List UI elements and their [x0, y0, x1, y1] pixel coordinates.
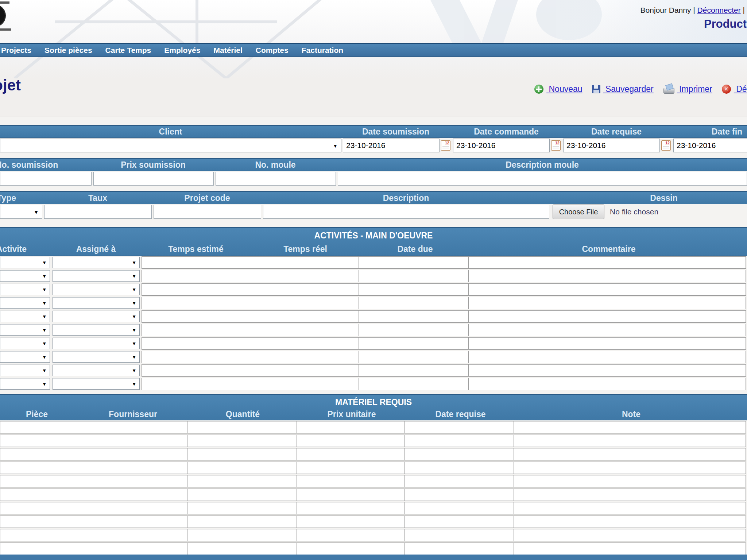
activity-select[interactable]: ▼: [0, 378, 50, 390]
date-due-cell[interactable]: [359, 310, 469, 323]
note-cell[interactable]: [514, 529, 746, 541]
quantite-cell[interactable]: [187, 475, 297, 487]
piece-cell[interactable]: [0, 421, 78, 433]
temps-reel-cell[interactable]: [250, 364, 359, 377]
commentaire-cell[interactable]: [468, 337, 746, 350]
assignee-select[interactable]: ▼: [53, 324, 140, 336]
commentaire-cell[interactable]: [468, 324, 746, 336]
piece-cell[interactable]: [0, 529, 78, 541]
note-cell[interactable]: [514, 502, 746, 514]
prix-unitaire-cell[interactable]: [297, 502, 405, 514]
activity-select[interactable]: ▼: [0, 311, 50, 322]
note-cell[interactable]: [514, 475, 746, 487]
date-due-cell[interactable]: [359, 337, 469, 350]
piece-cell[interactable]: [0, 475, 78, 487]
temps-estime-cell[interactable]: [142, 256, 250, 269]
date-due-cell[interactable]: [359, 378, 469, 390]
piece-cell[interactable]: [0, 542, 78, 555]
temps-estime-cell[interactable]: [142, 297, 250, 309]
prix-unitaire-cell[interactable]: [297, 475, 405, 487]
nav-item-sortie-pieces[interactable]: Sortie pièces: [38, 46, 99, 55]
assignee-select[interactable]: ▼: [53, 378, 140, 390]
new-button[interactable]: Nouveau: [534, 84, 582, 94]
quantite-cell[interactable]: [187, 448, 297, 460]
no-soumission-input[interactable]: [0, 172, 92, 186]
note-cell[interactable]: [514, 421, 746, 433]
save-button[interactable]: Sauvegarder: [592, 84, 654, 94]
fournisseur-cell[interactable]: [78, 435, 187, 447]
nav-item-carte-temps[interactable]: Carte Temps: [99, 46, 158, 55]
note-cell[interactable]: [514, 489, 746, 501]
note-cell[interactable]: [514, 542, 746, 555]
date-requise-cell[interactable]: [404, 529, 514, 541]
date-requise-cell[interactable]: [404, 435, 514, 447]
temps-estime-cell[interactable]: [142, 364, 250, 377]
quantite-cell[interactable]: [187, 421, 297, 433]
quantite-cell[interactable]: [187, 489, 297, 501]
date-due-cell[interactable]: [359, 283, 469, 296]
temps-estime-cell[interactable]: [142, 324, 250, 336]
prix-soumission-input[interactable]: [93, 172, 214, 186]
date-due-cell[interactable]: [359, 270, 469, 282]
date-due-cell[interactable]: [359, 364, 469, 377]
activity-select[interactable]: ▼: [0, 324, 50, 336]
piece-cell[interactable]: [0, 502, 78, 514]
fournisseur-cell[interactable]: [78, 448, 187, 460]
calendar-icon[interactable]: [661, 140, 671, 151]
nav-item-comptes[interactable]: Comptes: [249, 46, 295, 55]
activity-select[interactable]: ▼: [0, 297, 50, 309]
date-due-cell[interactable]: [359, 324, 469, 336]
note-cell[interactable]: [514, 462, 746, 474]
temps-estime-cell[interactable]: [142, 310, 250, 323]
fournisseur-cell[interactable]: [78, 462, 187, 474]
activity-select[interactable]: ▼: [0, 338, 50, 349]
choose-file-button[interactable]: Choose File: [553, 205, 604, 219]
commentaire-cell[interactable]: [468, 256, 746, 269]
activity-select[interactable]: ▼: [0, 257, 50, 268]
prix-unitaire-cell[interactable]: [297, 448, 405, 460]
commentaire-cell[interactable]: [468, 283, 746, 296]
commentaire-cell[interactable]: [468, 310, 746, 323]
note-cell[interactable]: [514, 516, 746, 528]
date-requise-input[interactable]: 23-10-2016: [563, 139, 660, 152]
date-requise-cell[interactable]: [404, 542, 514, 555]
assignee-select[interactable]: ▼: [53, 297, 140, 309]
prix-unitaire-cell[interactable]: [297, 462, 405, 474]
date-requise-cell[interactable]: [404, 489, 514, 501]
calendar-icon[interactable]: [551, 140, 561, 151]
prix-unitaire-cell[interactable]: [297, 435, 405, 447]
assignee-select[interactable]: ▼: [53, 284, 140, 295]
piece-cell[interactable]: [0, 489, 78, 501]
date-requise-cell[interactable]: [404, 502, 514, 514]
date-commande-input[interactable]: 23-10-2016: [453, 139, 550, 152]
prix-unitaire-cell[interactable]: [297, 542, 405, 555]
temps-estime-cell[interactable]: [142, 283, 250, 296]
assignee-select[interactable]: ▼: [53, 351, 140, 363]
temps-reel-cell[interactable]: [250, 256, 359, 269]
commentaire-cell[interactable]: [468, 378, 746, 390]
temps-reel-cell[interactable]: [250, 378, 359, 390]
nav-item-projects[interactable]: Projects: [0, 46, 38, 55]
fournisseur-cell[interactable]: [78, 475, 187, 487]
activity-select[interactable]: ▼: [0, 351, 50, 363]
temps-reel-cell[interactable]: [250, 351, 359, 363]
nav-item-facturation[interactable]: Facturation: [295, 46, 350, 55]
temps-estime-cell[interactable]: [142, 378, 250, 390]
assignee-select[interactable]: ▼: [53, 311, 140, 322]
temps-reel-cell[interactable]: [250, 337, 359, 350]
assignee-select[interactable]: ▼: [53, 257, 140, 268]
prix-unitaire-cell[interactable]: [297, 529, 405, 541]
fournisseur-cell[interactable]: [78, 542, 187, 555]
temps-estime-cell[interactable]: [142, 337, 250, 350]
date-requise-cell[interactable]: [404, 462, 514, 474]
client-select[interactable]: ▼: [0, 139, 341, 152]
activity-select[interactable]: ▼: [0, 284, 50, 295]
nav-item-materiel[interactable]: Matériel: [207, 46, 249, 55]
temps-reel-cell[interactable]: [250, 310, 359, 323]
date-due-cell[interactable]: [359, 256, 469, 269]
date-soumission-input[interactable]: 23-10-2016: [343, 139, 440, 152]
date-due-cell[interactable]: [359, 351, 469, 363]
quantite-cell[interactable]: [187, 529, 297, 541]
temps-estime-cell[interactable]: [142, 270, 250, 282]
fournisseur-cell[interactable]: [78, 489, 187, 501]
